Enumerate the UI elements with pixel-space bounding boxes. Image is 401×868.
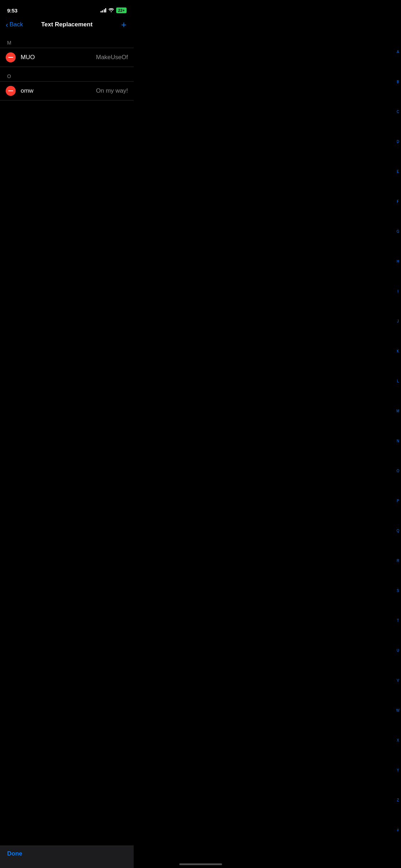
status-time: 9:53	[7, 7, 17, 14]
status-bar: 9:53 22+	[0, 0, 134, 16]
replacement-muo: MakeUseOf	[96, 54, 128, 61]
shortcut-muo: MUO	[21, 54, 96, 61]
section-header-o: O	[0, 67, 134, 81]
navigation-bar: ‹ Back Text Replacement +	[0, 16, 134, 33]
content-area: M MUO MakeUseOf O omw On my way!	[0, 33, 134, 129]
back-label: Back	[10, 21, 23, 28]
status-icons: 22+	[101, 7, 127, 13]
back-button[interactable]: ‹ Back	[6, 21, 23, 28]
signal-icon	[101, 8, 107, 12]
page-title: Text Replacement	[41, 21, 92, 28]
list-item-muo[interactable]: MUO MakeUseOf	[0, 48, 134, 67]
wifi-icon	[108, 8, 114, 13]
delete-icon-omw[interactable]	[6, 86, 16, 96]
delete-icon-muo[interactable]	[6, 52, 16, 62]
section-o: O omw On my way!	[0, 67, 134, 100]
replacement-omw: On my way!	[96, 87, 128, 94]
add-button[interactable]: +	[121, 20, 127, 29]
section-header-m: M	[0, 33, 134, 48]
battery-icon: 22+	[116, 7, 127, 13]
list-item-omw[interactable]: omw On my way!	[0, 82, 134, 100]
chevron-left-icon: ‹	[6, 21, 8, 28]
shortcut-omw: omw	[21, 87, 96, 94]
section-m: M MUO MakeUseOf	[0, 33, 134, 67]
section-divider-bottom-o	[0, 100, 134, 100]
